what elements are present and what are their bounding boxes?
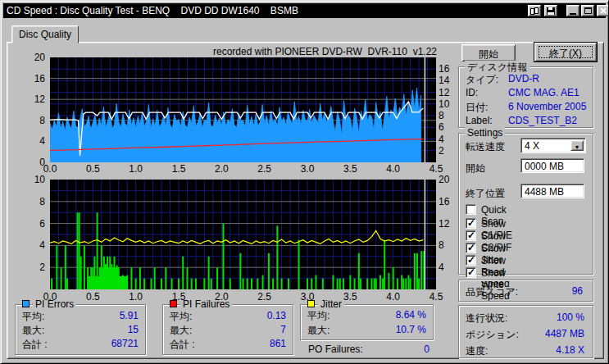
axis-tick-label: 6 [439, 121, 460, 133]
po-failures-label: PO Failures: [308, 344, 363, 355]
axis-tick-label: 4.5 [425, 291, 447, 303]
pi-errors-total-value: 68721 [81, 338, 139, 349]
axis-tick-label: 2 [439, 145, 460, 157]
pi-errors-legend-swatch [22, 300, 30, 307]
app-window: CD Speed : Disc Quality Test - BENQ DVD … [0, 0, 609, 364]
disc-date-label: 日付: [466, 101, 488, 115]
checkbox-icon[interactable] [466, 204, 476, 215]
axis-tick-label: 3.5 [339, 291, 361, 303]
close-button[interactable]: ✕ [597, 5, 609, 16]
axis-tick-label: 8 [24, 115, 45, 126]
pi-errors-chart [50, 57, 436, 162]
window-title: CD Speed : Disc Quality Test - BENQ DVD … [7, 5, 298, 16]
jitter-max-value: 10.7 % [369, 324, 426, 335]
pi-errors-total-label: 合計 : [22, 338, 48, 352]
axis-tick-label: 20 [24, 52, 45, 63]
axis-tick-label: 0.0 [39, 163, 61, 175]
pi-errors-avg-label: 平均: [22, 310, 44, 324]
axis-tick-label: 4.0 [383, 163, 404, 175]
start-button-label: 開始 [479, 48, 498, 60]
axis-tick-label: 2.5 [254, 291, 275, 303]
checkbox-icon[interactable] [466, 218, 476, 229]
axis-tick-label: 2.5 [254, 163, 275, 175]
settings-group: Settings 転送速度 4 X ▼ 開始 0000 MB 終了位置 4488… [458, 133, 593, 275]
pi-failures-stats-group: PI Failures 平均: 0.13 最大: 7 合計 : 861 [162, 304, 293, 355]
axis-tick-label: 12 [439, 218, 460, 230]
disc-type-label: タイプ: [466, 73, 498, 87]
axis-tick-label: 16 [24, 73, 45, 84]
checkbox-icon[interactable] [466, 230, 476, 241]
tab-disc-quality[interactable]: Disc Quality [11, 25, 79, 43]
disc-info-group: ディスク情報 タイプ: DVD-R ID: CMC MAG. AE1 日付: 6… [458, 66, 593, 128]
axis-tick-label: 4.0 [383, 291, 404, 303]
quality-score-group: 品質スコア: 96 [458, 280, 593, 302]
axis-tick-label: 8 [439, 110, 460, 121]
save-icon[interactable] [544, 5, 557, 16]
checkbox-icon[interactable] [466, 255, 476, 266]
jitter-stats-group: Jitter 平均: 8.64 % 最大: 10.7 % [300, 304, 434, 340]
axis-tick-label: 12 [439, 87, 460, 98]
checkbox-icon[interactable] [466, 243, 476, 253]
pi-errors-max-label: 最大: [22, 324, 44, 338]
maximize-button[interactable] [581, 5, 594, 16]
progress-group: 進行状況: 100 % ポジション: 4487 MB 速度: 4.18 X [458, 305, 593, 358]
axis-tick-label: 8 [439, 239, 460, 251]
transfer-speed-combobox[interactable]: 4 X ▼ [520, 138, 586, 153]
pi-errors-max-value: 15 [81, 324, 139, 335]
pi-failures-avg-label: 平均: [170, 310, 192, 324]
axis-tick-label: 4.5 [425, 163, 447, 175]
disc-label-label: Label: [466, 115, 493, 126]
axis-tick-label: 10 [439, 98, 460, 110]
axis-tick-label: 3.5 [339, 163, 361, 175]
pi-failures-jitter-chart [50, 180, 436, 289]
position-value: 4487 MB [519, 328, 584, 339]
close-icon: ✕ [599, 7, 607, 15]
axis-tick-label: 0.0 [39, 291, 61, 303]
focus-rect [539, 46, 593, 58]
chevron-down-icon[interactable]: ▼ [570, 140, 584, 151]
axis-tick-label: 1.5 [168, 291, 189, 303]
transfer-speed-value: 4 X [525, 140, 539, 152]
minimize-button[interactable] [566, 5, 579, 16]
pi-failures-total-value: 861 [229, 338, 286, 349]
axis-tick-label: 1.0 [125, 291, 147, 303]
pages-icon [530, 7, 539, 15]
title-bar[interactable]: CD Speed : Disc Quality Test - BENQ DVD … [3, 3, 606, 18]
po-failures-value: 0 [374, 344, 429, 355]
axis-tick-label: 3.0 [297, 291, 318, 303]
position-label: ポジション: [466, 328, 519, 342]
disc-type-value: DVD-R [508, 73, 539, 84]
exit-button[interactable]: 終了(X) [534, 42, 598, 62]
progress-value: 100 % [519, 312, 584, 323]
axis-tick-label: 4 [439, 134, 460, 145]
checkbox-icon[interactable] [466, 267, 476, 278]
axis-tick-label: 2 [24, 262, 45, 273]
axis-tick-label: 8 [24, 196, 45, 207]
jitter-avg-value: 8.64 % [369, 309, 426, 321]
jitter-max-label: 最大: [307, 324, 329, 338]
axis-tick-label: 1.5 [168, 163, 189, 175]
speed-value: 4.18 X [519, 344, 584, 356]
end-position-value: 4488 MB [525, 186, 564, 198]
axis-tick-label: 4 [439, 262, 460, 273]
end-position-field[interactable]: 4488 MB [520, 184, 584, 198]
disc-id-value: CMC MAG. AE1 [508, 87, 579, 98]
maximize-icon [584, 7, 592, 14]
recorded-with-text: recorded with PIONEER DVD-RW DVR-110 v1.… [165, 46, 437, 57]
pi-failures-max-label: 最大: [170, 324, 192, 338]
axis-tick-label: 16 [439, 63, 460, 75]
tab-label: Disc Quality [19, 29, 71, 40]
start-button[interactable]: 開始 [461, 44, 516, 61]
axis-tick-label: 16 [439, 196, 460, 207]
pi-failures-max-value: 7 [229, 324, 286, 335]
start-position-field[interactable]: 0000 MB [520, 158, 584, 173]
end-position-label: 終了位置 [466, 187, 505, 201]
axis-tick-label: 2.0 [211, 163, 232, 175]
disc-date-value: 6 November 2005 [508, 101, 586, 112]
axis-tick-label: 4 [24, 239, 45, 251]
log-pages-icon[interactable] [528, 5, 541, 16]
jitter-avg-label: 平均: [307, 309, 329, 323]
pi-failures-avg-value: 0.13 [229, 310, 286, 321]
pi-errors-stats-group: PI Errors 平均: 5.91 最大: 15 合計 : 68721 [15, 304, 146, 355]
axis-tick-label: 6 [24, 218, 45, 230]
